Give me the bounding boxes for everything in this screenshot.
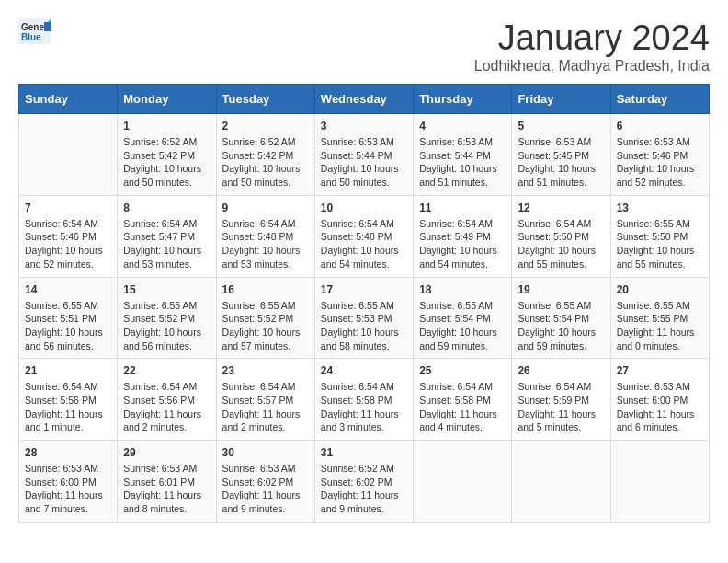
header-thursday: Thursday <box>414 85 512 114</box>
day-info: Sunrise: 6:53 AM Sunset: 6:00 PM Dayligh… <box>617 380 703 434</box>
header-tuesday: Tuesday <box>216 85 314 114</box>
header-saturday: Saturday <box>610 85 709 114</box>
day-info: Sunrise: 6:55 AM Sunset: 5:52 PM Dayligh… <box>123 299 210 353</box>
day-number: 29 <box>123 446 210 459</box>
day-info: Sunrise: 6:52 AM Sunset: 5:42 PM Dayligh… <box>123 135 210 190</box>
header: General Blue January 2024 Lodhikheda, Ma… <box>18 18 710 75</box>
day-info: Sunrise: 6:53 AM Sunset: 6:02 PM Dayligh… <box>222 462 309 516</box>
day-info: Sunrise: 6:54 AM Sunset: 5:58 PM Dayligh… <box>321 380 407 434</box>
day-number: 5 <box>518 120 604 132</box>
day-info: Sunrise: 6:55 AM Sunset: 5:55 PM Dayligh… <box>617 299 703 353</box>
day-number: 24 <box>321 364 407 377</box>
day-number: 19 <box>518 283 604 296</box>
day-number: 15 <box>123 283 210 296</box>
calendar-week-row: 21Sunrise: 6:54 AM Sunset: 5:56 PM Dayli… <box>19 359 710 441</box>
day-number: 4 <box>419 120 506 132</box>
day-number: 17 <box>321 283 407 296</box>
svg-marker-3 <box>44 22 51 31</box>
day-info: Sunrise: 6:53 AM Sunset: 5:46 PM Dayligh… <box>617 135 703 190</box>
location-title: Lodhikheda, Madhya Pradesh, India <box>474 58 710 75</box>
day-number: 7 <box>25 201 111 214</box>
calendar-cell: 24Sunrise: 6:54 AM Sunset: 5:58 PM Dayli… <box>314 359 413 441</box>
calendar-week-row: 1Sunrise: 6:52 AM Sunset: 5:42 PM Daylig… <box>19 114 710 196</box>
calendar-cell: 18Sunrise: 6:55 AM Sunset: 5:54 PM Dayli… <box>414 277 512 359</box>
day-number: 26 <box>518 364 604 377</box>
day-number: 12 <box>518 201 604 214</box>
day-info: Sunrise: 6:54 AM Sunset: 5:57 PM Dayligh… <box>222 380 309 434</box>
day-number: 23 <box>222 364 309 377</box>
calendar-cell <box>512 441 610 523</box>
day-info: Sunrise: 6:55 AM Sunset: 5:51 PM Dayligh… <box>25 299 111 353</box>
calendar-week-row: 28Sunrise: 6:53 AM Sunset: 6:00 PM Dayli… <box>19 441 710 523</box>
calendar-cell: 4Sunrise: 6:53 AM Sunset: 5:44 PM Daylig… <box>414 114 512 196</box>
day-info: Sunrise: 6:53 AM Sunset: 5:45 PM Dayligh… <box>518 135 604 190</box>
calendar-week-row: 14Sunrise: 6:55 AM Sunset: 5:51 PM Dayli… <box>19 277 710 359</box>
day-number: 3 <box>321 120 407 132</box>
day-number: 14 <box>25 283 111 296</box>
day-info: Sunrise: 6:54 AM Sunset: 5:48 PM Dayligh… <box>222 217 309 271</box>
calendar-cell: 20Sunrise: 6:55 AM Sunset: 5:55 PM Dayli… <box>610 277 709 359</box>
calendar-cell <box>19 114 118 196</box>
day-number: 28 <box>25 446 111 459</box>
calendar-cell: 9Sunrise: 6:54 AM Sunset: 5:48 PM Daylig… <box>216 195 314 277</box>
day-info: Sunrise: 6:54 AM Sunset: 5:49 PM Dayligh… <box>419 217 506 271</box>
calendar-cell: 25Sunrise: 6:54 AM Sunset: 5:58 PM Dayli… <box>414 359 512 441</box>
calendar-header-row: SundayMondayTuesdayWednesdayThursdayFrid… <box>19 85 710 114</box>
calendar-cell: 13Sunrise: 6:55 AM Sunset: 5:50 PM Dayli… <box>610 195 709 277</box>
day-info: Sunrise: 6:55 AM Sunset: 5:54 PM Dayligh… <box>518 299 604 353</box>
calendar-cell: 29Sunrise: 6:53 AM Sunset: 6:01 PM Dayli… <box>118 441 216 523</box>
day-info: Sunrise: 6:54 AM Sunset: 5:58 PM Dayligh… <box>419 380 506 434</box>
day-info: Sunrise: 6:54 AM Sunset: 5:48 PM Dayligh… <box>321 217 407 271</box>
logo-icon: General Blue <box>18 18 51 44</box>
day-number: 18 <box>419 283 506 296</box>
day-info: Sunrise: 6:55 AM Sunset: 5:52 PM Dayligh… <box>222 299 309 353</box>
calendar-table: SundayMondayTuesdayWednesdayThursdayFrid… <box>18 84 710 523</box>
day-number: 16 <box>222 283 309 296</box>
calendar-cell: 15Sunrise: 6:55 AM Sunset: 5:52 PM Dayli… <box>118 277 216 359</box>
header-sunday: Sunday <box>19 85 118 114</box>
calendar-week-row: 7Sunrise: 6:54 AM Sunset: 5:46 PM Daylig… <box>19 195 710 277</box>
day-info: Sunrise: 6:54 AM Sunset: 5:56 PM Dayligh… <box>123 380 210 434</box>
calendar-cell: 3Sunrise: 6:53 AM Sunset: 5:44 PM Daylig… <box>314 114 413 196</box>
month-title: January 2024 <box>474 18 710 58</box>
day-info: Sunrise: 6:53 AM Sunset: 6:01 PM Dayligh… <box>123 462 210 516</box>
calendar-cell <box>414 441 512 523</box>
calendar-cell: 26Sunrise: 6:54 AM Sunset: 5:59 PM Dayli… <box>512 359 610 441</box>
day-info: Sunrise: 6:54 AM Sunset: 5:46 PM Dayligh… <box>25 217 111 271</box>
day-info: Sunrise: 6:52 AM Sunset: 6:02 PM Dayligh… <box>321 462 407 516</box>
calendar-cell <box>610 441 709 523</box>
calendar-cell: 17Sunrise: 6:55 AM Sunset: 5:53 PM Dayli… <box>314 277 413 359</box>
calendar-cell: 27Sunrise: 6:53 AM Sunset: 6:00 PM Dayli… <box>610 359 709 441</box>
calendar-cell: 1Sunrise: 6:52 AM Sunset: 5:42 PM Daylig… <box>118 114 216 196</box>
calendar-cell: 14Sunrise: 6:55 AM Sunset: 5:51 PM Dayli… <box>19 277 118 359</box>
day-number: 20 <box>617 283 703 296</box>
calendar-cell: 31Sunrise: 6:52 AM Sunset: 6:02 PM Dayli… <box>314 441 413 523</box>
day-number: 22 <box>123 364 210 377</box>
header-monday: Monday <box>118 85 216 114</box>
calendar-cell: 6Sunrise: 6:53 AM Sunset: 5:46 PM Daylig… <box>610 114 709 196</box>
day-number: 8 <box>123 201 210 214</box>
svg-text:Blue: Blue <box>21 32 41 42</box>
day-number: 10 <box>321 201 407 214</box>
day-number: 2 <box>222 120 309 132</box>
day-info: Sunrise: 6:54 AM Sunset: 5:56 PM Dayligh… <box>25 380 111 434</box>
day-number: 25 <box>419 364 506 377</box>
day-number: 31 <box>321 446 407 459</box>
calendar-cell: 8Sunrise: 6:54 AM Sunset: 5:47 PM Daylig… <box>118 195 216 277</box>
calendar-cell: 11Sunrise: 6:54 AM Sunset: 5:49 PM Dayli… <box>414 195 512 277</box>
calendar-cell: 5Sunrise: 6:53 AM Sunset: 5:45 PM Daylig… <box>512 114 610 196</box>
day-info: Sunrise: 6:54 AM Sunset: 5:59 PM Dayligh… <box>518 380 604 434</box>
header-friday: Friday <box>512 85 610 114</box>
day-number: 13 <box>617 201 703 214</box>
day-info: Sunrise: 6:53 AM Sunset: 5:44 PM Dayligh… <box>321 135 407 190</box>
header-wednesday: Wednesday <box>314 85 413 114</box>
day-number: 21 <box>25 364 111 377</box>
logo: General Blue <box>18 18 51 44</box>
day-info: Sunrise: 6:55 AM Sunset: 5:54 PM Dayligh… <box>419 299 506 353</box>
day-number: 1 <box>123 120 210 132</box>
calendar-cell: 10Sunrise: 6:54 AM Sunset: 5:48 PM Dayli… <box>314 195 413 277</box>
day-number: 9 <box>222 201 309 214</box>
day-info: Sunrise: 6:55 AM Sunset: 5:50 PM Dayligh… <box>617 217 703 271</box>
title-area: January 2024 Lodhikheda, Madhya Pradesh,… <box>474 18 710 75</box>
day-info: Sunrise: 6:54 AM Sunset: 5:47 PM Dayligh… <box>123 217 210 271</box>
